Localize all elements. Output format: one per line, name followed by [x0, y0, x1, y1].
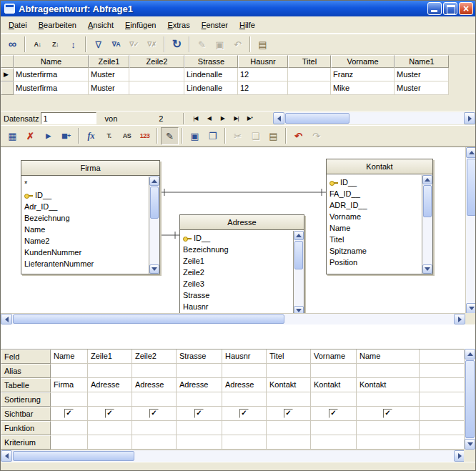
menu-ansicht[interactable]: Ansicht [82, 18, 119, 32]
criteria-cell-sortierung[interactable] [222, 392, 267, 407]
criteria-vscrollbar[interactable] [464, 349, 475, 450]
criteria-cell-sortierung[interactable] [357, 392, 420, 407]
criteria-cell[interactable] [420, 364, 465, 378]
criteria-cell-tabelle[interactable]: Kontakt [267, 378, 311, 392]
criteria-cell-alias[interactable] [222, 364, 267, 378]
sichtbar-checkbox[interactable]: ✓ [64, 409, 74, 418]
criteria-cell-tabelle[interactable]: Adresse [132, 378, 177, 392]
scrollbar-thumb[interactable] [423, 185, 432, 217]
field-item[interactable]: Hausnr [180, 301, 293, 312]
menu-datei[interactable]: Datei [3, 18, 33, 32]
criteria-row-header-alias[interactable]: Alias [1, 364, 51, 378]
save-as-button[interactable]: ❐ [204, 127, 222, 145]
criteria-cell-tabelle[interactable]: Firma [51, 378, 88, 392]
design-view-button[interactable]: ▦ [4, 127, 21, 145]
scroll-right-icon[interactable] [454, 314, 465, 324]
criteria-cell-kriterium[interactable] [222, 435, 267, 450]
field-item[interactable]: Position [327, 257, 422, 268]
scrollbar-thumb[interactable] [285, 113, 349, 124]
criteria-cell[interactable] [420, 378, 465, 392]
criteria-cell-sortierung[interactable] [177, 392, 222, 407]
table-title[interactable]: Adresse [180, 215, 304, 230]
edit-data-button[interactable]: ✎ [193, 36, 211, 54]
sichtbar-checkbox[interactable]: ✓ [329, 409, 338, 418]
criteria-cell-sortierung[interactable] [311, 392, 357, 407]
criteria-cell-tabelle[interactable]: Kontakt [311, 378, 357, 392]
grid-cell[interactable]: Mike [331, 81, 395, 95]
distinct-values-button[interactable]: 123 [136, 127, 154, 145]
scrollbar-thumb[interactable] [467, 159, 476, 216]
criteria-cell-feld[interactable]: Titel [267, 349, 311, 364]
sichtbar-checkbox[interactable]: ✓ [239, 409, 249, 418]
field-item[interactable]: Bezeichnung [180, 244, 293, 255]
find-record-button[interactable]: ∞ [4, 36, 21, 54]
next-record-button[interactable]: ▶ [216, 113, 229, 124]
column-header-name1[interactable]: Name1 [395, 55, 449, 68]
criteria-cell[interactable] [420, 392, 465, 407]
grid-cell[interactable]: Franz [331, 68, 395, 81]
grid-cell[interactable]: Lindenalle [184, 68, 238, 81]
sichtbar-checkbox[interactable]: ✓ [284, 409, 293, 418]
criteria-cell[interactable] [420, 349, 465, 364]
copy-button[interactable]: ❏ [247, 127, 264, 145]
first-record-button[interactable]: |◀ [189, 113, 202, 124]
canvas-vscrollbar[interactable] [465, 147, 476, 314]
field-item[interactable]: * [21, 178, 149, 189]
criteria-cell-feld[interactable]: Name [357, 349, 420, 364]
column-header-titel[interactable]: Titel [288, 55, 331, 68]
criteria-cell-funktion[interactable] [88, 421, 132, 435]
field-item[interactable]: ID__ [327, 177, 422, 188]
redo-button[interactable]: ↷ [307, 127, 325, 145]
row-selector[interactable] [1, 81, 14, 95]
grid-cell[interactable]: Lindenalle [184, 81, 238, 95]
criteria-row-header-tabelle[interactable]: Tabelle [1, 378, 51, 392]
query-design-canvas[interactable]: Firma * ID__ Adr_ID__ Bezeichnung Name N… [1, 147, 476, 324]
criteria-cell-tabelle[interactable]: Adresse [177, 378, 222, 392]
criteria-cell-tabelle[interactable]: Kontakt [357, 378, 420, 392]
scrollbar-thumb[interactable] [13, 451, 134, 461]
grid-cell[interactable]: Musterfirma [14, 68, 89, 81]
scrollbar-track[interactable] [465, 360, 475, 439]
run-query-button[interactable]: ▶ [39, 127, 57, 145]
criteria-cell-funktion[interactable] [222, 421, 267, 435]
field-item[interactable]: LieferantenNummer [21, 258, 149, 269]
scrollbar-thumb[interactable] [13, 314, 284, 324]
table-title[interactable]: Kontakt [327, 159, 432, 174]
sichtbar-checkbox[interactable]: ✓ [149, 409, 159, 418]
table-window-adresse[interactable]: Adresse ID__ Bezeichnung Zeile1 Zeile2 Z… [179, 214, 304, 316]
grid-cell[interactable] [288, 68, 331, 81]
criteria-cell-funktion[interactable] [51, 421, 88, 435]
scrollbar-track[interactable] [149, 186, 159, 264]
result-hscrollbar[interactable] [273, 112, 475, 124]
last-record-button[interactable]: ▶| [229, 113, 242, 124]
table-vscrollbar[interactable] [149, 177, 159, 274]
scroll-up-icon[interactable] [294, 231, 304, 240]
apply-filter-button[interactable]: ∇✓ [125, 36, 143, 54]
criteria-cell-sortierung[interactable] [267, 392, 311, 407]
criteria-cell-tabelle[interactable]: Adresse [222, 378, 267, 392]
field-item[interactable]: Titel [327, 234, 422, 245]
sort-ascending-button[interactable]: A↓ [29, 36, 46, 54]
criteria-cell-kriterium[interactable] [177, 435, 222, 450]
field-item[interactable]: Name2 [21, 235, 149, 247]
field-item[interactable]: Strasse [180, 289, 293, 301]
criteria-row-header-sichtbar[interactable]: Sichtbar [1, 407, 51, 421]
criteria-cell-alias[interactable] [357, 364, 420, 378]
undo-button[interactable]: ↶ [289, 127, 307, 145]
scroll-up-icon[interactable] [466, 147, 476, 158]
criteria-cell-funktion[interactable] [177, 421, 222, 435]
table-vscrollbar[interactable] [422, 175, 432, 274]
new-record-button[interactable]: ▶* [243, 113, 256, 124]
field-item[interactable]: Zeile3 [180, 278, 293, 289]
criteria-cell-alias[interactable] [267, 364, 311, 378]
save-button[interactable]: ▣ [186, 127, 204, 145]
field-item[interactable]: FA_ID__ [327, 188, 422, 199]
column-header-hausnr[interactable]: Hausnr [238, 55, 288, 68]
grid-cell[interactable] [288, 81, 331, 95]
scrollbar-track[interactable] [284, 112, 464, 124]
field-item[interactable]: ADR_ID__ [327, 199, 422, 211]
sort-button[interactable]: ↕ [64, 36, 82, 54]
edit-button[interactable]: ✎ [161, 127, 179, 145]
criteria-cell[interactable] [420, 435, 465, 450]
scrollbar-track[interactable] [12, 450, 454, 462]
